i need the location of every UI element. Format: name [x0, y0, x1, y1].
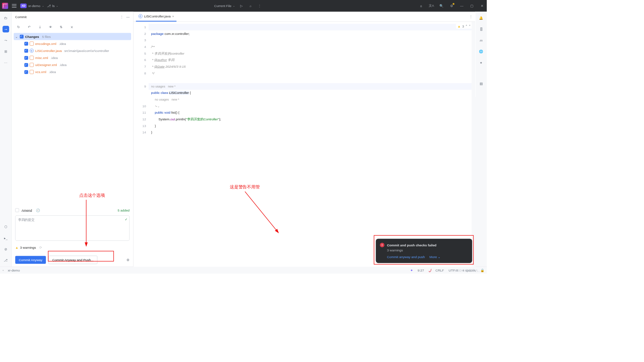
status-ai-icon[interactable]: ✦ [410, 268, 413, 272]
search-icon[interactable]: 🔍 [439, 3, 444, 9]
maximize-icon[interactable]: ▢ [469, 3, 475, 9]
minimize-icon[interactable]: — [459, 3, 465, 9]
more-actions-icon[interactable]: ⋮ [257, 3, 263, 9]
web-icon[interactable]: 🌐 [478, 48, 485, 55]
chevron-down-icon: ⌄ [42, 4, 44, 7]
maven-icon[interactable]: m [478, 37, 485, 44]
file-row[interactable]: encodings.xml.idea [14, 40, 131, 47]
project-name: xr-demo [28, 4, 40, 8]
checkbox[interactable] [24, 42, 28, 45]
file-name: vcs.xml [35, 70, 46, 74]
diff-icon[interactable]: 👁 [47, 23, 54, 30]
file-name: uiDesigner.xml [35, 63, 57, 67]
xml-file-icon [30, 70, 34, 74]
history-icon[interactable]: 🕘 [35, 207, 41, 214]
services-icon[interactable]: ⬡ [2, 224, 9, 230]
checkbox[interactable] [20, 35, 23, 38]
status-lang-icon[interactable]: ل [429, 268, 431, 272]
error-stripe[interactable] [472, 22, 475, 266]
titlebar: XD xr-demo ⌄ ⎇ ls ⌄ Current File ⌄ ▷ ⌕ ⋮… [0, 0, 487, 12]
ai-assist-icon[interactable]: ✦ [478, 59, 485, 66]
changes-node[interactable]: ⌄ Changes 5 files [14, 33, 131, 40]
problems-icon[interactable]: ⊘ [2, 246, 9, 252]
refresh-icon[interactable]: ↻ [15, 23, 22, 30]
checkbox[interactable] [24, 63, 28, 67]
commit-toolbar: ↻ ↶ ⤓ 👁 ⇅ ⨯ [12, 22, 133, 32]
shelve-icon[interactable]: ⤓ [37, 23, 43, 30]
changelist-icon[interactable]: ⇅ [58, 23, 64, 30]
translate-icon[interactable]: 文A [429, 3, 434, 9]
line-gutter: 1234567891011121314 [133, 22, 149, 266]
close-window-icon[interactable]: ✕ [479, 3, 485, 9]
file-name: LiSiController.java [35, 49, 62, 53]
status-time: 9:27 [418, 268, 424, 272]
file-row[interactable]: CLiSiController.javasrc\main\java\com\xr… [14, 47, 131, 54]
amend-label[interactable]: Amend [21, 208, 32, 212]
commit-anyway-button[interactable]: Commit Anyway [15, 256, 46, 264]
inspection-widget[interactable]: ▲ 3 ˄ ˅ [456, 24, 472, 28]
main-menu-icon[interactable] [11, 3, 17, 9]
warnings-label: 3 warnings [20, 245, 36, 249]
prev-icon[interactable]: ˄ [466, 24, 467, 28]
close-tab-icon[interactable]: × [172, 14, 174, 18]
amend-checkbox[interactable] [15, 208, 19, 212]
run-config-selector[interactable]: Current File ⌄ [214, 4, 235, 8]
ai-icon[interactable]: ▤ [478, 80, 485, 87]
database-icon[interactable]: 🗄 [478, 26, 485, 33]
run-icon[interactable]: ▷ [238, 3, 244, 9]
pull-requests-icon[interactable]: ⤳ [2, 37, 9, 44]
changes-label: Changes [25, 35, 39, 38]
file-name: misc.xml [35, 56, 48, 60]
expand-icon[interactable]: ⌄ [15, 35, 18, 38]
structure-icon[interactable]: ⊞ [2, 48, 9, 55]
commit-message-input[interactable] [15, 216, 129, 241]
settings-icon[interactable]: ⚙ [449, 3, 454, 9]
refresh-warnings-icon[interactable]: ⟳ [38, 244, 44, 251]
code-with-me-icon[interactable]: ⩍ [418, 3, 424, 9]
file-path: .idea [49, 70, 56, 74]
code-content[interactable]: package com.xr.controller; /** * 李四开发的co… [149, 22, 472, 266]
commit-tool-icon[interactable]: ⊸ [2, 26, 9, 33]
group-by-icon[interactable]: ⨯ [68, 23, 75, 30]
commit-anyway-push-link[interactable]: Commit anyway and push [387, 255, 425, 259]
status-project-icon[interactable]: ▫ [3, 268, 4, 272]
editor-tab[interactable]: C LiSiController.java × [136, 12, 176, 21]
panel-options-icon[interactable]: ⋮ [120, 15, 123, 18]
git-tool-icon[interactable]: ⎇ [2, 257, 9, 264]
annotation-text: 点击这个选项 [79, 193, 105, 198]
more-tools-icon[interactable]: ⋯ [2, 59, 9, 66]
warnings-row[interactable]: ▲ 3 warnings ⟳ [12, 241, 133, 253]
editor-area: C LiSiController.java × ⋮ 12345678910111… [133, 12, 475, 267]
commit-settings-icon[interactable]: ⚙ [126, 258, 129, 262]
chevron-down-icon: ⌄ [56, 4, 58, 7]
checkbox[interactable] [24, 49, 28, 53]
status-project[interactable]: xr-demo [8, 268, 20, 272]
file-row[interactable]: uiDesigner.xml.idea [14, 61, 131, 68]
annotation-text: 这是警告不用管 [230, 184, 260, 190]
file-path: .idea [51, 56, 58, 60]
tab-label: LiSiController.java [144, 14, 170, 18]
next-icon[interactable]: ˅ [469, 24, 471, 28]
notification-toast: ! Commit and push checks failed 3 warnin… [376, 239, 472, 263]
panel-hide-icon[interactable]: — [126, 15, 129, 18]
watermark: CSDN @稻草人... [454, 268, 482, 273]
more-link[interactable]: More ⌄ [429, 255, 440, 259]
tab-options-icon[interactable]: ⋮ [469, 15, 473, 18]
checkbox[interactable] [24, 56, 28, 60]
terminal-icon[interactable]: ▸_ [2, 235, 9, 241]
debug-icon[interactable]: ⌕ [248, 3, 253, 9]
notifications-icon[interactable]: 🔔 [478, 15, 485, 21]
branch-selector[interactable]: ⎇ ls ⌄ [47, 4, 58, 8]
code-editor[interactable]: 1234567891011121314 package com.xr.contr… [133, 22, 475, 266]
status-lineending[interactable]: CRLF [435, 268, 444, 272]
project-selector[interactable]: XD xr-demo ⌄ [20, 4, 44, 8]
file-row[interactable]: vcs.xml.idea [14, 68, 131, 75]
rollback-icon[interactable]: ↶ [26, 23, 33, 30]
changes-tree: ⌄ Changes 5 files encodings.xml.ideaCLiS… [12, 32, 133, 205]
checkbox[interactable] [24, 70, 28, 74]
file-row[interactable]: misc.xml.idea [14, 54, 131, 61]
project-tool-icon[interactable]: 🗀 [2, 15, 9, 21]
java-file-icon: C [30, 49, 34, 53]
commit-anyway-push-button[interactable]: Commit Anyway and Push... [49, 256, 98, 264]
file-count: 5 files [42, 35, 51, 38]
